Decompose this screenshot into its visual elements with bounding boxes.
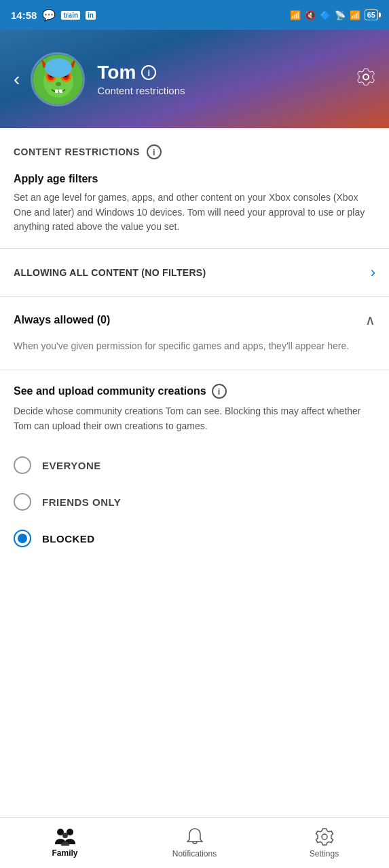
radio-everyone-outer bbox=[14, 456, 31, 474]
content-restrictions-info-button[interactable]: i bbox=[147, 144, 162, 159]
signal-icon: 📶 bbox=[350, 10, 360, 20]
header-info: Tom i Content restrictions bbox=[97, 62, 185, 96]
linkedin-icon: in bbox=[86, 11, 96, 20]
status-right: 📶 🔇 🔷 📡 📶 65 bbox=[290, 9, 378, 20]
status-left: 14:58 💬 train in bbox=[11, 9, 96, 22]
age-filters-title: Apply age filters bbox=[14, 173, 375, 185]
family-icon bbox=[55, 828, 75, 846]
community-title-row: See and upload community creations i bbox=[14, 384, 375, 399]
main-content: CONTENT RESTRICTIONS i Apply age filters… bbox=[0, 128, 389, 817]
radio-blocked-label: BLOCKED bbox=[42, 533, 95, 545]
radio-blocked[interactable]: BLOCKED bbox=[0, 520, 389, 557]
status-time: 14:58 bbox=[11, 9, 37, 21]
svg-rect-10 bbox=[59, 90, 62, 93]
age-filters-block: Apply age filters Set an age level for g… bbox=[0, 167, 389, 248]
svg-point-8 bbox=[56, 82, 61, 86]
chevron-right-icon: › bbox=[371, 264, 375, 281]
battery-indicator: 65 bbox=[365, 9, 378, 20]
settings-button[interactable] bbox=[356, 67, 375, 91]
always-allowed-header[interactable]: Always allowed (0) ∧ bbox=[0, 297, 389, 339]
avatar-image bbox=[33, 54, 84, 106]
content-filter-row[interactable]: ALLOWING ALL CONTENT (NO FILTERS) › bbox=[0, 249, 389, 296]
svg-rect-9 bbox=[55, 90, 58, 93]
header-subtitle: Content restrictions bbox=[97, 85, 185, 96]
content-filter-label: ALLOWING ALL CONTENT (NO FILTERS) bbox=[14, 267, 206, 278]
radio-everyone[interactable]: EVERYONE bbox=[0, 447, 389, 484]
nav-family[interactable]: Family bbox=[0, 823, 130, 863]
status-bar: 14:58 💬 train in 📶 🔇 🔷 📡 📶 65 bbox=[0, 0, 389, 30]
radio-everyone-label: EVERYONE bbox=[42, 460, 101, 471]
nav-settings-label: Settings bbox=[310, 849, 339, 859]
always-allowed-desc: When you've given permission for specifi… bbox=[0, 339, 389, 370]
header-name-row: Tom i bbox=[97, 62, 185, 83]
nav-settings[interactable]: Settings bbox=[259, 822, 389, 864]
user-name: Tom bbox=[97, 62, 136, 83]
radio-blocked-inner bbox=[18, 534, 27, 543]
always-allowed-title: Always allowed (0) bbox=[14, 314, 110, 326]
notifications-icon bbox=[187, 827, 203, 846]
back-button[interactable]: ‹ bbox=[14, 70, 20, 89]
header: ‹ Tom bbox=[0, 30, 389, 128]
radio-friends[interactable]: FRIENDS ONLY bbox=[0, 484, 389, 520]
svg-point-14 bbox=[363, 74, 369, 79]
community-section: See and upload community creations i Dec… bbox=[0, 370, 389, 433]
svg-point-17 bbox=[62, 833, 68, 838]
nav-notifications[interactable]: Notifications bbox=[130, 822, 259, 864]
svg-point-18 bbox=[322, 834, 327, 840]
train-icon: train bbox=[61, 11, 80, 20]
bluetooth-icon: 🔷 bbox=[320, 10, 331, 20]
msg-icon: 💬 bbox=[42, 9, 56, 22]
bottom-spacer bbox=[0, 557, 389, 611]
avatar bbox=[31, 52, 85, 106]
content-restrictions-header: CONTENT RESTRICTIONS i bbox=[0, 128, 389, 167]
radio-friends-outer bbox=[14, 493, 31, 511]
age-filters-desc: Set an age level for games, apps, and ot… bbox=[14, 191, 375, 235]
wifi-icon: 📡 bbox=[335, 10, 346, 20]
chevron-up-icon: ∧ bbox=[365, 312, 375, 328]
content-restrictions-title: CONTENT RESTRICTIONS bbox=[14, 146, 140, 157]
mute-icon: 🔇 bbox=[305, 10, 316, 20]
user-info-button[interactable]: i bbox=[141, 65, 156, 80]
nav-family-label: Family bbox=[52, 848, 77, 858]
community-desc: Decide whose community creations Tom can… bbox=[14, 404, 375, 433]
radio-friends-label: FRIENDS ONLY bbox=[42, 496, 121, 508]
community-title: See and upload community creations bbox=[14, 385, 206, 397]
svg-point-13 bbox=[45, 58, 72, 77]
bottom-nav: Family Notifications Settings bbox=[0, 817, 389, 868]
nav-notifications-label: Notifications bbox=[172, 849, 217, 859]
community-info-button[interactable]: i bbox=[212, 384, 227, 399]
settings-icon bbox=[315, 827, 334, 846]
nfc-icon: 📶 bbox=[290, 10, 301, 20]
radio-blocked-outer bbox=[14, 530, 31, 547]
